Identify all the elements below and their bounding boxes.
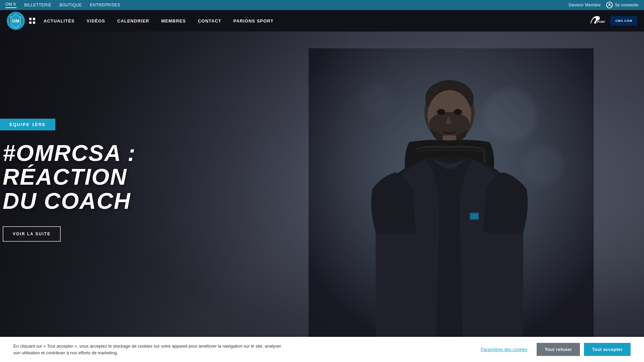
hero-section: ÉQUIPE 1ÈRE #OMRCSA : RÉACTION DU COACH … bbox=[0, 32, 644, 362]
cookie-bar: En cliquant sur « Tout accepter », vous … bbox=[0, 337, 644, 362]
voir-suite-button[interactable]: VOIR LA SUITE bbox=[3, 226, 61, 242]
top-link-boutique[interactable]: BOUTIQUE bbox=[59, 3, 82, 7]
connect-label: Se connecter bbox=[615, 3, 639, 7]
category-tag: ÉQUIPE 1ÈRE bbox=[0, 119, 55, 130]
cookie-refuse-button[interactable]: Tout refuser bbox=[537, 343, 580, 356]
grid-icon[interactable] bbox=[29, 17, 36, 24]
hero-title: #OMRCSA : RÉACTION DU COACH bbox=[0, 141, 208, 213]
top-link-billetterie[interactable]: BILLETTERIE bbox=[24, 3, 52, 7]
svg-rect-6 bbox=[29, 21, 32, 24]
nav-links: ACTUALITÉS VIDÉOS CALENDRIER MEMBRES CON… bbox=[44, 18, 588, 23]
hero-content: ÉQUIPE 1ÈRE #OMRCSA : RÉACTION DU COACH … bbox=[0, 119, 208, 242]
nav-link-actualites[interactable]: ACTUALITÉS bbox=[44, 18, 74, 23]
hero-title-line3: DU COACH bbox=[3, 188, 131, 214]
cookie-text: En cliquant sur « Tout accepter », vous … bbox=[13, 343, 288, 356]
nav-link-calendrier[interactable]: CALENDRIER bbox=[117, 18, 149, 23]
svg-text:OM: OM bbox=[12, 18, 19, 23]
se-connecter-button[interactable]: Se connecter bbox=[606, 2, 639, 8]
top-link-om-fr[interactable]: OM.fr bbox=[5, 2, 16, 8]
nav-link-videos[interactable]: VIDÉOS bbox=[87, 18, 105, 23]
top-bar-left: OM.fr BILLETTERIE BOUTIQUE ENTREPRISES bbox=[5, 2, 120, 8]
puma-logo: PUMA bbox=[588, 16, 605, 25]
hero-title-line1: #OMRCSA : bbox=[3, 140, 136, 166]
top-bar: OM.fr BILLETTERIE BOUTIQUE ENTREPRISES D… bbox=[0, 0, 644, 10]
cookie-buttons: Paramètres des cookies Tout refuser Tout… bbox=[475, 343, 631, 356]
svg-rect-4 bbox=[29, 18, 32, 20]
svg-rect-5 bbox=[33, 18, 35, 20]
devenir-membre-link[interactable]: Devenir Membre bbox=[569, 3, 601, 7]
top-link-entreprises[interactable]: ENTREPRISES bbox=[90, 3, 120, 7]
svg-rect-7 bbox=[33, 21, 35, 24]
om-logo[interactable]: OM bbox=[7, 12, 25, 30]
main-nav: OM ACTUALITÉS VIDÉOS CALENDRIER MEMBRES … bbox=[0, 10, 644, 32]
nav-link-membres[interactable]: MEMBRES bbox=[161, 18, 186, 23]
hero-title-line2: RÉACTION bbox=[3, 164, 127, 189]
nav-link-parions-sport[interactable]: PARIONS SPORT bbox=[233, 18, 274, 23]
cookie-accept-button[interactable]: Tout accepter bbox=[584, 343, 631, 356]
cookie-params-button[interactable]: Paramètres des cookies bbox=[475, 344, 533, 355]
top-bar-right: Devenir Membre Se connecter bbox=[569, 2, 639, 8]
svg-text:PUMA: PUMA bbox=[597, 20, 605, 23]
nav-link-contact[interactable]: CONTACT bbox=[198, 18, 221, 23]
cma-cgm-logo: CMA CGM bbox=[610, 16, 637, 25]
nav-sponsors: PUMA CMA CGM bbox=[588, 16, 637, 25]
user-icon bbox=[606, 2, 613, 8]
